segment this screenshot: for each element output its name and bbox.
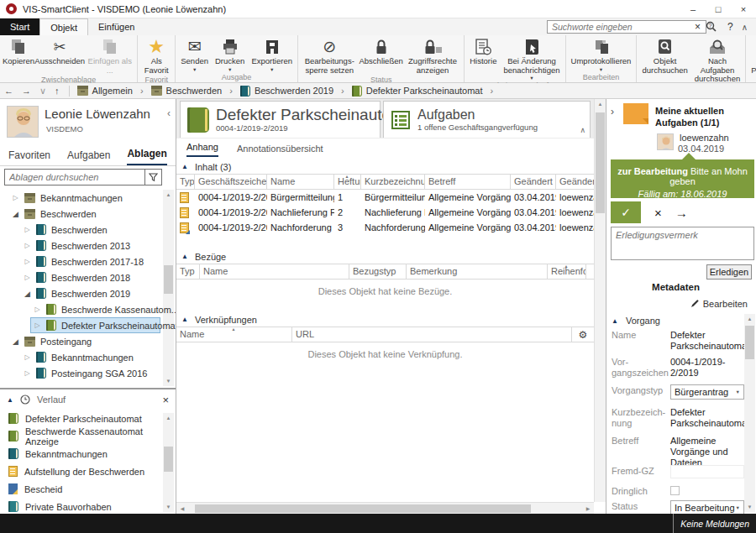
einfuegen-als-button[interactable]: Einfügen als ... bbox=[84, 36, 135, 75]
tree-item[interactable]: ▷Bekanntmachungen bbox=[0, 349, 176, 365]
scroll-thumb[interactable] bbox=[164, 447, 173, 472]
close-verlauf-icon[interactable]: × bbox=[162, 394, 169, 406]
table-cell[interactable]: Nachlieferung Foto bbox=[267, 205, 334, 220]
kopieren-button[interactable]: Kopieren bbox=[2, 36, 35, 66]
tree-item[interactable]: ◢Beschwerden bbox=[0, 206, 176, 222]
scroll-thumb[interactable] bbox=[596, 112, 605, 213]
tab-favoriten[interactable]: Favoriten bbox=[8, 149, 50, 165]
expand-icon[interactable]: ▷ bbox=[24, 242, 31, 249]
verlauf-scrollbar[interactable]: ▲ ▼ bbox=[163, 413, 174, 512]
verlauf-item[interactable]: Bescheid bbox=[0, 480, 176, 498]
tree-item[interactable]: ▷Beschwerden bbox=[0, 222, 176, 238]
scroll-down-icon[interactable]: ▼ bbox=[163, 376, 174, 386]
column-header[interactable]: Geschäftszeichen bbox=[195, 175, 267, 189]
tree-item[interactable]: ▷Beschwerden 2013 bbox=[0, 238, 176, 253]
umprotokollieren-button[interactable]: Umprotokollieren ▼ bbox=[568, 36, 635, 72]
scroll-thumb[interactable] bbox=[164, 265, 173, 294]
table-cell[interactable]: Allgemeine Vorgänge un... bbox=[425, 190, 511, 205]
collapse-section-icon[interactable]: ▲ bbox=[181, 316, 188, 323]
papierkorb-button[interactable]: In den Papierkorb bbox=[748, 36, 756, 75]
column-header-sorted[interactable]: ▲Reihenfolge bbox=[548, 264, 586, 279]
scroll-up-icon[interactable]: ▲ bbox=[595, 99, 606, 110]
main-horizontal-scrollbar[interactable]: ◀ ▶ bbox=[176, 502, 594, 514]
expand-icon[interactable]: ▷ bbox=[24, 258, 31, 265]
tab-objekt[interactable]: Objekt bbox=[39, 18, 88, 35]
expand-icon[interactable]: ▷ bbox=[24, 369, 31, 377]
table-cell[interactable]: Bürgermitteilung bbox=[361, 190, 425, 205]
scroll-down-icon[interactable]: ▼ bbox=[744, 502, 755, 512]
tab-start[interactable]: Start bbox=[0, 18, 39, 35]
historie-button[interactable]: Historie bbox=[466, 36, 500, 66]
tree-item[interactable]: ▷Posteingang SGA 2016 bbox=[0, 365, 176, 381]
collapse-section-icon[interactable]: ▲ bbox=[181, 163, 188, 170]
maximize-button[interactable]: □ bbox=[706, 0, 731, 18]
table-cell[interactable]: 03.04.2019 bbox=[511, 220, 556, 235]
table-cell[interactable]: 0004-1/2019-2/201... bbox=[195, 220, 267, 235]
als-favorit-button[interactable]: ★ Als Favorit bbox=[139, 36, 173, 75]
scroll-up-icon[interactable]: ▲ bbox=[744, 314, 755, 324]
column-header[interactable]: Geändert am bbox=[511, 175, 556, 189]
expand-icon[interactable]: ▷ bbox=[24, 274, 31, 281]
column-header-sorted[interactable]: ▲Heftung bbox=[334, 175, 361, 189]
global-search-input[interactable] bbox=[547, 20, 706, 34]
objekt-durchsuchen-button[interactable]: Objekt durchsuchen bbox=[638, 36, 690, 75]
table-cell[interactable]: 03.04.2019 bbox=[511, 190, 556, 205]
column-header[interactable]: Bezugstyp bbox=[349, 264, 407, 279]
table-cell[interactable]: Bürgermitteilung bbox=[267, 190, 334, 205]
accept-task-button[interactable]: ✓ bbox=[611, 201, 641, 223]
expand-icon[interactable]: ▷ bbox=[24, 226, 31, 233]
erledigen-button[interactable]: Erledigen bbox=[706, 264, 752, 280]
breadcrumb-item-allgemein[interactable]: Allgemein bbox=[77, 86, 133, 96]
ausschneiden-button[interactable]: ✂ Ausschneiden bbox=[35, 36, 84, 66]
zugriffsrechte-button[interactable]: Zugriffsrechte anzeigen bbox=[403, 36, 463, 75]
collapse-user-icon[interactable]: ‹ bbox=[167, 107, 171, 119]
nav-up-icon[interactable]: ↑ bbox=[55, 86, 60, 96]
close-button[interactable]: × bbox=[731, 0, 756, 18]
verlauf-item[interactable]: Private Bauvorhaben bbox=[0, 498, 176, 515]
column-header[interactable]: URL bbox=[292, 327, 572, 342]
nav-forward-icon[interactable]: → bbox=[22, 86, 31, 96]
exportieren-button[interactable]: Exportieren ▼ bbox=[248, 36, 296, 72]
tree-item[interactable]: ▷Beschwerde Kassenautom... bbox=[0, 301, 176, 317]
table-cell[interactable]: 0004-1/2019-2/201... bbox=[195, 190, 267, 205]
verlauf-item[interactable]: Beschwerde Kassenautomat Anzeige bbox=[0, 427, 176, 445]
forward-task-button[interactable]: → bbox=[675, 206, 688, 220]
inhalt-section-header[interactable]: ▲ Inhalt (3) bbox=[176, 159, 594, 174]
table-cell[interactable]: 1 bbox=[334, 190, 361, 205]
verknuepfungen-section-header[interactable]: ▲ Verknüpfungen bbox=[176, 312, 594, 327]
collapse-icon[interactable]: ◢ bbox=[12, 337, 19, 346]
tab-annotationsuebersicht[interactable]: Annotationsübersicht bbox=[237, 144, 323, 157]
expand-icon[interactable]: ▷ bbox=[24, 353, 31, 361]
scroll-up-icon[interactable]: ▲ bbox=[163, 190, 174, 200]
breadcrumb-item-beschwerden[interactable]: Beschwerden bbox=[151, 86, 223, 96]
abschliessen-button[interactable]: Abschließen bbox=[360, 36, 403, 66]
search-help-icon[interactable]: ? bbox=[706, 21, 717, 33]
collapse-section-icon[interactable]: ▲ bbox=[181, 253, 188, 260]
search-clear-icon[interactable]: × bbox=[695, 20, 701, 34]
table-cell[interactable]: 2 bbox=[334, 205, 361, 220]
collapse-section-icon[interactable]: ▲ bbox=[7, 396, 13, 404]
tree-item-selected[interactable]: ▷Defekter Parkscheinautomat bbox=[0, 317, 176, 333]
vorgang-section-header[interactable]: ▲ Vorgang bbox=[612, 316, 660, 326]
dringlich-checkbox[interactable] bbox=[670, 486, 680, 495]
nach-aufgaben-durchsuchen-button[interactable]: Nach Aufgaben durchsuchen bbox=[691, 36, 743, 84]
scroll-right-icon[interactable]: ▶ bbox=[582, 503, 594, 515]
collapse-card-icon[interactable]: ∧ bbox=[580, 126, 585, 134]
expand-icon[interactable]: ▷ bbox=[34, 306, 41, 313]
bearbeitungssperre-button[interactable]: ⊘ Bearbeitungs- sperre setzen bbox=[300, 36, 360, 75]
collapse-icon[interactable]: ◢ bbox=[12, 210, 19, 218]
drucken-button[interactable]: Drucken ▼ bbox=[212, 36, 248, 72]
collapse-icon[interactable]: ◢ bbox=[24, 290, 31, 298]
minimize-button[interactable]: – bbox=[680, 0, 706, 18]
column-header[interactable]: Typ bbox=[176, 264, 200, 279]
ablagen-search-input[interactable] bbox=[5, 170, 144, 185]
column-header[interactable]: Betreff bbox=[425, 175, 511, 189]
breadcrumb-item-beschwerden-2019[interactable]: Beschwerden 2019 bbox=[240, 86, 333, 97]
tab-ablagen[interactable]: Ablagen bbox=[127, 148, 166, 165]
table-cell[interactable]: 3 bbox=[334, 220, 361, 235]
reject-task-button[interactable]: × bbox=[654, 206, 662, 220]
tab-aufgaben[interactable]: Aufgaben bbox=[67, 149, 110, 165]
collapse-ribbon-icon[interactable]: ∧ bbox=[742, 23, 748, 32]
status-message[interactable]: Keine Meldungen bbox=[673, 514, 756, 533]
senden-button[interactable]: ✉ Senden ▼ bbox=[177, 36, 212, 72]
